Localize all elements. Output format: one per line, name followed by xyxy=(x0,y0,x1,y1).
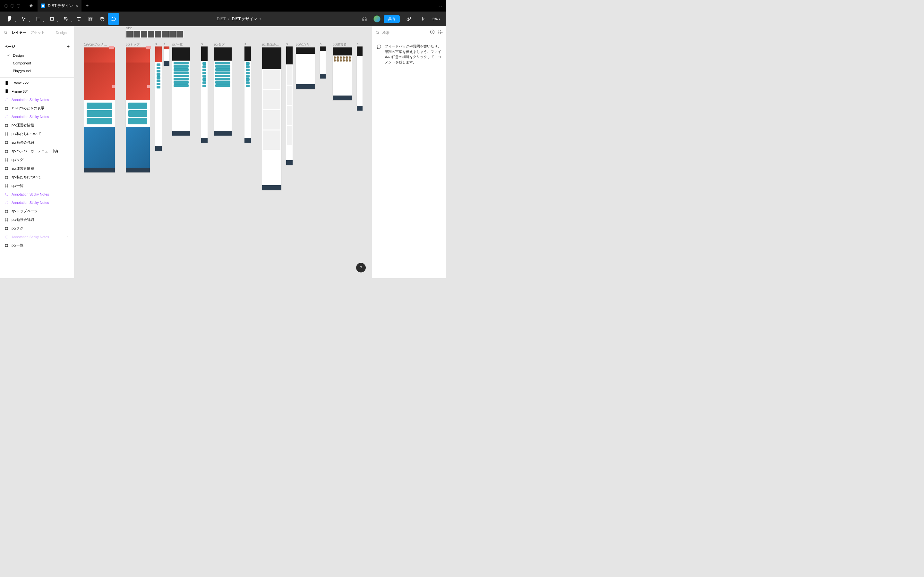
hash-icon xyxy=(5,140,9,145)
share-button[interactable]: 共有 xyxy=(384,15,400,23)
pen-tool-button[interactable]: ▾ xyxy=(59,13,73,25)
layer-item[interactable]: Frame 722 xyxy=(0,79,74,87)
layer-name: pc/私たちについて xyxy=(11,131,41,136)
overflow-menu-icon[interactable]: ··· xyxy=(433,3,446,9)
canvas-frame[interactable]: pc/運営者... xyxy=(333,42,352,100)
layer-item[interactable]: pc/一覧 xyxy=(0,241,74,250)
layer-item[interactable]: Annotation Sticky Notes xyxy=(0,95,74,104)
svg-point-15 xyxy=(5,115,8,118)
tab-layers[interactable]: レイヤー xyxy=(12,30,26,35)
layer-item[interactable]: pc/運営者情報 xyxy=(0,121,74,129)
text-tool-button[interactable] xyxy=(73,13,85,25)
settings-icon[interactable] xyxy=(438,29,443,35)
project-name[interactable]: DIST xyxy=(217,17,226,21)
tab-design[interactable]: Design ⌃ xyxy=(56,31,70,35)
traffic-light-close[interactable] xyxy=(5,4,8,8)
layer-item[interactable]: sp/運営者情報 xyxy=(0,164,74,173)
file-tab-title: DIST デザイン xyxy=(48,3,73,9)
grid-icon xyxy=(5,81,9,85)
canvas-frame[interactable]: pc/トップ... xyxy=(126,42,150,172)
layer-item[interactable]: 1920pxのときの表示 xyxy=(0,104,74,113)
svg-rect-11 xyxy=(5,89,5,93)
sticky-icon xyxy=(5,192,9,197)
layer-item[interactable]: Annotation Sticky Notes⤳ xyxy=(0,233,74,241)
layer-item[interactable]: Annotation Sticky Notes xyxy=(0,198,74,207)
canvas-frame[interactable]: 1920pxのとき... xyxy=(84,42,115,172)
canvas[interactable]: slide 1920pxのとき...pc/トップ...s...s...pc/一覧… xyxy=(74,26,372,278)
layer-name: pc/勉強会詳細 xyxy=(11,218,34,222)
comment-search-input[interactable] xyxy=(383,31,427,35)
frame-label: pc/タグ xyxy=(214,42,232,47)
move-tool-button[interactable]: ▾ xyxy=(17,13,31,25)
layer-item[interactable]: pc/タグ xyxy=(0,224,74,233)
canvas-frame[interactable]: s... xyxy=(201,42,208,143)
page-item[interactable]: ✓Design xyxy=(0,51,74,59)
canvas-frame-slide[interactable]: slide xyxy=(126,26,184,39)
canvas-frame[interactable]: pc/タグ xyxy=(214,42,232,135)
canvas-frame[interactable]: s... xyxy=(357,42,363,111)
frame-label: s... xyxy=(357,42,363,46)
layer-item[interactable]: sp/私たちについて xyxy=(0,173,74,181)
frame-label: s... xyxy=(201,42,208,46)
close-tab-button[interactable]: × xyxy=(75,3,78,8)
comment-tool-button[interactable] xyxy=(108,13,120,25)
canvas-frame[interactable]: pc/勉強会... xyxy=(262,42,281,190)
layer-item[interactable]: sp/トップページ xyxy=(0,207,74,215)
help-button[interactable]: ? xyxy=(356,263,366,272)
traffic-light-zoom[interactable] xyxy=(17,4,20,8)
svg-rect-0 xyxy=(42,5,44,7)
chevron-down-icon: ⌃ xyxy=(68,31,70,34)
frame-label: s... xyxy=(164,42,170,46)
file-name[interactable]: DIST デザイン xyxy=(232,16,257,22)
chevron-down-icon: ▾ xyxy=(43,20,44,23)
filter-icon[interactable] xyxy=(430,29,435,35)
zoom-level[interactable]: 5% ▾ xyxy=(433,17,440,21)
page-item[interactable]: Playground xyxy=(0,67,74,75)
canvas-frame[interactable]: pc/一覧 xyxy=(172,42,190,135)
canvas-frame[interactable]: s... xyxy=(164,42,170,66)
svg-point-1 xyxy=(10,18,11,19)
tab-assets[interactable]: アセット xyxy=(31,30,45,35)
frame-tool-button[interactable]: ▾ xyxy=(31,13,45,25)
layer-item[interactable]: Annotation Sticky Notes xyxy=(0,190,74,198)
page-name: Playground xyxy=(13,69,31,73)
layer-name: Annotation Sticky Notes xyxy=(11,201,49,205)
frame-label: pc/一覧 xyxy=(172,42,190,47)
file-tab[interactable]: DIST デザイン × xyxy=(37,0,81,11)
sticky-note[interactable] xyxy=(146,46,151,49)
page-item[interactable]: Component xyxy=(0,59,74,67)
hash-icon xyxy=(5,158,9,162)
layer-item[interactable]: sp/一覧 xyxy=(0,181,74,190)
sticky-note[interactable] xyxy=(109,46,114,49)
layer-item[interactable]: sp/ハンバーガーメニュー中身 xyxy=(0,147,74,155)
canvas-frame[interactable]: pc/私たち... xyxy=(296,42,315,89)
home-tab[interactable] xyxy=(25,0,37,11)
present-button[interactable] xyxy=(418,13,429,25)
page-name: Design xyxy=(13,53,24,57)
layer-item[interactable]: Frame 684 xyxy=(0,87,74,95)
layer-item[interactable]: pc/私たちについて xyxy=(0,129,74,138)
hand-tool-button[interactable] xyxy=(96,13,108,25)
traffic-light-minimize[interactable] xyxy=(11,4,14,8)
layer-item[interactable]: sp/勉強会詳細 xyxy=(0,138,74,147)
hash-icon xyxy=(5,184,9,188)
add-page-button[interactable]: + xyxy=(67,44,69,49)
layer-item[interactable]: pc/勉強会詳細 xyxy=(0,215,74,224)
canvas-frame[interactable]: s... xyxy=(244,42,251,143)
main-menu-button[interactable]: ▾ xyxy=(3,13,17,25)
layer-item[interactable]: sp/タグ xyxy=(0,155,74,164)
chevron-down-icon[interactable]: ▾ xyxy=(260,17,261,21)
canvas-frame[interactable]: s... xyxy=(286,42,292,165)
shape-tool-button[interactable]: ▾ xyxy=(45,13,59,25)
chevron-down-icon: ▾ xyxy=(71,20,73,23)
dev-mode-icon[interactable] xyxy=(403,13,415,25)
svg-point-19 xyxy=(376,31,378,33)
user-avatar[interactable] xyxy=(373,15,381,23)
headphones-icon[interactable] xyxy=(359,13,370,25)
resources-tool-button[interactable] xyxy=(85,13,96,25)
layer-item[interactable]: Annotation Sticky Notes xyxy=(0,113,74,121)
canvas-frame[interactable]: s... xyxy=(155,42,162,151)
search-icon[interactable] xyxy=(4,30,7,35)
new-tab-button[interactable]: + xyxy=(81,3,93,9)
canvas-frame[interactable]: s... xyxy=(320,42,326,79)
